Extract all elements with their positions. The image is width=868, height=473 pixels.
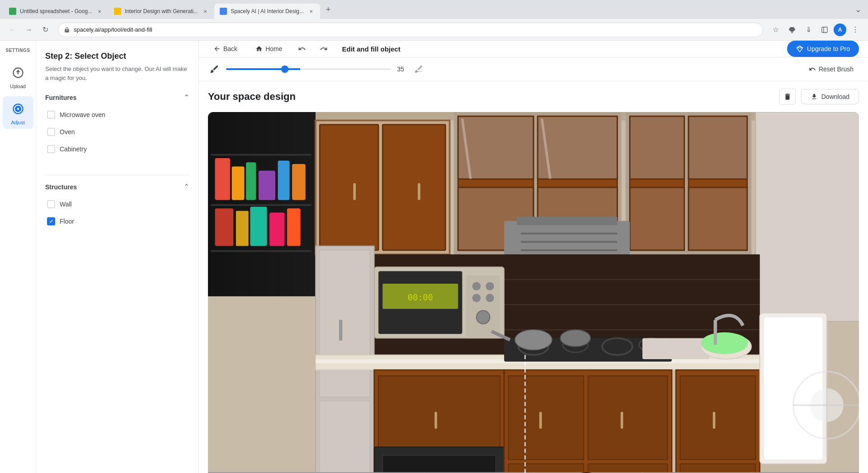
svg-rect-11 — [211, 250, 311, 252]
image-canvas[interactable]: 00:00 — [208, 112, 859, 473]
sidebar-item-upload[interactable]: Upload — [3, 60, 33, 93]
canvas-area: Your space design Download — [199, 81, 868, 473]
eraser-icon[interactable] — [412, 63, 425, 75]
svg-rect-100 — [621, 412, 623, 429]
tab-bar: Untitled spreadsheet - Goog... ✕ Interio… — [0, 0, 868, 19]
app-header: Back Home Edit and fill object Upgrade t… — [199, 41, 868, 57]
svg-rect-21 — [269, 212, 284, 246]
svg-rect-0 — [822, 27, 827, 33]
oven-label: Oven — [60, 128, 75, 136]
reload-button[interactable]: ↻ — [38, 23, 52, 37]
svg-rect-104 — [680, 376, 755, 459]
home-icon — [255, 45, 263, 52]
browser-toolbar: ← → ↻ spacely.ai/app/tool/edit-and-fill … — [0, 19, 868, 41]
new-tab-button[interactable]: + — [322, 3, 335, 16]
step-desc: Select the object you want to change. Ou… — [45, 65, 189, 82]
back-button[interactable]: Back — [208, 42, 243, 55]
address-bar[interactable]: spacely.ai/app/tool/edit-and-fill — [58, 23, 763, 37]
settings-label: SETTINGS — [5, 48, 30, 53]
canvas-title: Your space design — [208, 91, 296, 103]
home-button-label: Home — [265, 45, 282, 52]
page-title: Edit and fill object — [342, 45, 400, 53]
reset-brush-button[interactable]: Reset Brush — [803, 63, 859, 75]
delete-button[interactable] — [779, 89, 796, 105]
tab-2[interactable]: Interior Design with Generati... ✕ — [108, 4, 214, 19]
svg-rect-126 — [764, 317, 823, 459]
structure-item-floor[interactable]: Floor — [45, 214, 189, 229]
svg-point-79 — [560, 330, 590, 347]
undo-button[interactable] — [295, 42, 309, 56]
svg-rect-61 — [467, 276, 500, 338]
download-label: Download — [821, 93, 849, 100]
bookmark-icon[interactable]: ☆ — [769, 23, 783, 37]
furnitures-section-header: Furnitures ⌃ — [45, 93, 189, 102]
oven-checkbox[interactable] — [47, 128, 55, 136]
upgrade-button[interactable]: Upgrade to Pro — [787, 41, 859, 57]
download-button[interactable]: Download — [801, 89, 859, 104]
furniture-item-oven[interactable]: Oven — [45, 124, 189, 140]
address-text: spacely.ai/app/tool/edit-and-fill — [74, 26, 757, 33]
svg-rect-85 — [714, 320, 717, 345]
tab-overflow-button[interactable]: ⌄ — [852, 3, 864, 16]
sidebar-toggle-icon[interactable] — [817, 23, 832, 37]
main-content: Back Home Edit and fill object Upgrade t… — [199, 41, 868, 473]
profile-avatar[interactable]: A — [834, 23, 846, 36]
extensions-icon[interactable] — [785, 23, 799, 37]
tab-2-close[interactable]: ✕ — [202, 8, 209, 15]
icon-sidebar: SETTINGS Upload Adjust — [0, 41, 36, 473]
svg-rect-12 — [215, 158, 230, 200]
svg-rect-43 — [689, 116, 747, 179]
svg-point-78 — [515, 330, 552, 350]
tab-1-favicon — [9, 8, 16, 15]
svg-rect-95 — [508, 376, 584, 459]
wall-checkbox[interactable] — [47, 200, 55, 208]
furniture-item-microwave[interactable]: Microwave oven — [45, 107, 189, 122]
svg-rect-99 — [539, 412, 542, 429]
menu-icon[interactable]: ⋮ — [848, 23, 863, 37]
microwave-checkbox[interactable] — [47, 111, 55, 119]
svg-rect-25 — [320, 125, 378, 250]
redo-icon — [320, 45, 328, 53]
tab-1-label: Untitled spreadsheet - Goog... — [20, 8, 92, 14]
back-nav-button[interactable]: ← — [5, 23, 20, 37]
download-manager-icon[interactable]: ⇓ — [801, 23, 816, 37]
structure-item-wall[interactable]: Wall — [45, 197, 189, 212]
adjust-icon-circle — [9, 100, 27, 118]
lock-icon — [64, 27, 70, 33]
sidebar-item-adjust[interactable]: Adjust — [3, 96, 33, 129]
brush-icon — [208, 63, 221, 75]
tab-3-close[interactable]: ✕ — [307, 8, 315, 15]
back-arrow-icon — [213, 45, 221, 52]
brush-size-slider-container: 35 — [226, 66, 407, 73]
cabinetry-checkbox[interactable] — [47, 145, 55, 153]
canvas-header: Your space design Download — [208, 89, 859, 105]
svg-rect-81 — [642, 338, 709, 359]
svg-rect-17 — [292, 164, 306, 200]
adjust-icon — [12, 103, 24, 115]
furniture-item-cabinetry[interactable]: Cabinetry — [45, 141, 189, 157]
furnitures-collapse-button[interactable]: ⌃ — [184, 93, 189, 102]
forward-nav-button[interactable]: → — [22, 23, 36, 37]
furniture-items-list: Microwave oven Oven Cabinetry — [45, 107, 189, 157]
tab-1-close[interactable]: ✕ — [96, 8, 103, 15]
wall-label: Wall — [60, 201, 72, 208]
tab-3-favicon — [220, 8, 227, 15]
home-button[interactable]: Home — [250, 42, 288, 55]
tab-3[interactable]: Spacely AI | AI Interior Desig... ✕ — [214, 4, 320, 19]
floor-checkbox[interactable] — [47, 217, 55, 225]
svg-point-64 — [472, 294, 481, 302]
tab-3-label: Spacely AI | AI Interior Desig... — [231, 8, 304, 14]
structures-collapse-button[interactable]: ⌃ — [184, 183, 189, 191]
tab-2-label: Interior Design with Generati... — [125, 8, 198, 14]
svg-rect-45 — [755, 112, 859, 321]
svg-rect-9 — [211, 154, 311, 156]
tab-1[interactable]: Untitled spreadsheet - Goog... ✕ — [4, 4, 108, 19]
brush-size-slider[interactable] — [226, 68, 391, 70]
trash-icon — [783, 93, 792, 101]
svg-rect-106 — [713, 412, 716, 429]
svg-rect-89 — [434, 412, 437, 429]
svg-rect-96 — [588, 376, 668, 459]
redo-button[interactable] — [316, 42, 331, 56]
svg-rect-70 — [339, 320, 342, 341]
svg-rect-14 — [246, 162, 256, 200]
